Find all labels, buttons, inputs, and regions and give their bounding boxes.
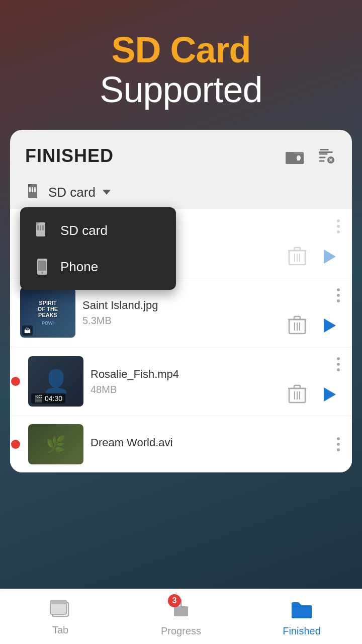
progress-badge: 3 (168, 594, 181, 607)
svg-rect-8 (319, 151, 333, 153)
table-row: 🌿 Dream World.avi (10, 416, 352, 472)
file-more-button[interactable] (335, 217, 342, 235)
file-size: 48MB (90, 384, 279, 395)
file-more-button[interactable] (335, 435, 342, 453)
file-actions (286, 286, 342, 339)
file-name: Rosalie_Fish.mp4 (90, 368, 279, 381)
location-selector[interactable]: SD card (25, 183, 111, 201)
file-info: Saint Island.jpg 5.3MB (82, 299, 279, 327)
location-dropdown: SD card Phone (20, 207, 176, 290)
file-actions (335, 435, 342, 453)
header-actions (284, 145, 337, 167)
status-indicator (11, 377, 20, 386)
file-thumbnail: SPIRITOF THEPEAKS POW! 🏔 (20, 287, 75, 338)
nav-finished-label: Finished (283, 625, 321, 637)
svg-rect-13 (34, 187, 36, 192)
svg-rect-11 (29, 187, 31, 192)
svg-rect-7 (320, 149, 329, 150)
dot3 (337, 299, 340, 302)
svg-rect-30 (294, 316, 300, 319)
play-icon (324, 250, 336, 264)
svg-rect-16 (37, 225, 39, 230)
file-info: Rosalie_Fish.mp4 48MB (90, 368, 279, 395)
delete-list-button[interactable] (315, 145, 337, 167)
main-card: FINISHED (10, 130, 352, 472)
svg-rect-28 (294, 248, 300, 251)
dropdown-sdcard-label: SD card (60, 223, 108, 238)
sd-card-icon (25, 183, 43, 201)
svg-rect-18 (42, 225, 44, 230)
file-delete-button[interactable] (286, 245, 309, 268)
nav-tab-label: Tab (52, 624, 68, 636)
dot2 (337, 225, 340, 228)
file-play-button[interactable] (316, 381, 342, 408)
dropdown-item-phone[interactable]: Phone (20, 249, 176, 285)
svg-rect-17 (40, 225, 41, 230)
svg-rect-3 (286, 152, 294, 154)
card-title: FINISHED (25, 145, 114, 167)
dot1 (337, 357, 340, 360)
file-more-button[interactable] (335, 286, 342, 304)
hero-section: SD Card Supported (0, 0, 362, 130)
svg-rect-32 (294, 385, 300, 388)
delete-list-icon (315, 145, 337, 167)
folder-lock-icon (284, 145, 306, 167)
file-info: Dream World.avi (90, 436, 328, 452)
nav-item-tab[interactable]: Tab (25, 597, 96, 636)
svg-rect-35 (50, 600, 66, 604)
dot2 (337, 443, 340, 446)
dot1 (337, 219, 340, 222)
table-row: 👤 🎬 04:30 Rosalie_Fish.mp4 48MB (10, 347, 352, 416)
folder-lock-button[interactable] (284, 145, 306, 167)
play-icon (324, 318, 336, 333)
hero-line1: SD Card (10, 30, 352, 70)
svg-rect-2 (286, 154, 304, 164)
card-header: FINISHED (10, 130, 352, 177)
file-more-button[interactable] (335, 355, 342, 373)
nav-progress-label: Progress (161, 625, 201, 637)
location-bar: SD card SD card (10, 177, 352, 209)
svg-point-22 (41, 272, 43, 274)
bottom-navigation: Tab 3 Progress Finished (0, 589, 362, 644)
thumb-overlay: 🎬 04:30 (31, 393, 65, 404)
file-actions (286, 217, 342, 270)
finished-folder-icon (289, 596, 315, 622)
trash-icon (288, 384, 306, 405)
dropdown-item-sdcard[interactable]: SD card (20, 212, 176, 249)
file-delete-button[interactable] (286, 314, 309, 337)
play-icon (324, 387, 336, 401)
file-thumbnail: 🌿 (28, 424, 83, 464)
nav-item-finished[interactable]: Finished (266, 596, 337, 637)
sd-card-option-icon (33, 221, 51, 239)
tab-icon (48, 597, 72, 621)
dot1 (337, 437, 340, 440)
file-size: 5.3MB (82, 315, 279, 327)
location-label: SD card (48, 185, 96, 200)
dropdown-phone-label: Phone (60, 259, 98, 275)
phone-option-icon (33, 258, 51, 276)
dot1 (337, 288, 340, 291)
trash-icon (288, 247, 306, 267)
file-play-button[interactable] (316, 244, 342, 270)
dot2 (337, 294, 340, 297)
file-play-button[interactable] (316, 312, 342, 339)
hero-line2: Supported (10, 70, 352, 110)
dot2 (337, 363, 340, 366)
dot3 (337, 448, 340, 451)
svg-rect-21 (38, 261, 46, 271)
nav-item-progress[interactable]: 3 Progress (146, 596, 216, 637)
file-bottom-actions (286, 381, 342, 408)
file-thumbnail: 👤 🎬 04:30 (28, 356, 83, 407)
chevron-down-icon (103, 190, 111, 195)
trash-icon (288, 315, 306, 336)
file-bottom-actions (286, 312, 342, 339)
file-name: Dream World.avi (90, 436, 328, 449)
dot3 (337, 230, 340, 233)
status-indicator (11, 440, 20, 449)
svg-rect-12 (32, 187, 33, 192)
file-actions (286, 355, 342, 408)
dot3 (337, 368, 340, 371)
file-name: Saint Island.jpg (82, 299, 279, 312)
file-delete-button[interactable] (286, 383, 309, 406)
file-bottom-actions (286, 244, 342, 270)
